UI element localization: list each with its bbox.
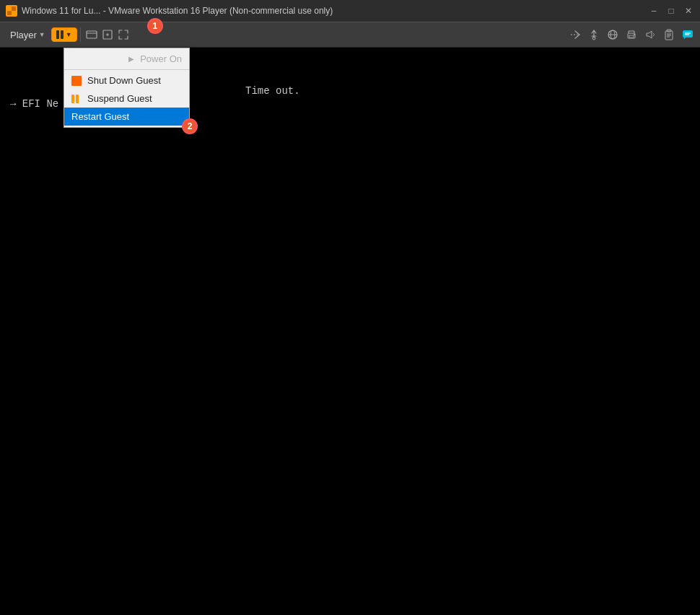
svg-rect-13 [629,35,634,38]
power-on-sub-icon: ▶ [128,55,134,63]
player-chevron-icon: ▼ [39,31,45,38]
window-controls: – □ ✕ [648,5,694,17]
clipboard-icon[interactable] [661,27,677,43]
svg-rect-0 [7,6,12,11]
step-badge-2: 2 [182,118,198,134]
svg-rect-4 [87,31,97,38]
menu-item-power-on: ▶ Power On [64,50,189,68]
svg-rect-1 [12,6,16,11]
menu-item-shutdown[interactable]: Shut Down Guest [64,71,189,90]
efi-text: → EFI Ne [10,98,58,110]
step-badge-1: 1 [147,18,163,34]
player-label: Player [10,30,37,40]
maximize-button[interactable]: □ [665,5,677,17]
svg-rect-2 [7,11,12,15]
minimize-button[interactable]: – [648,5,660,17]
vmware-chat-icon[interactable] [680,27,696,43]
usb-icon[interactable] [586,27,602,43]
send-ctrl-alt-del-icon[interactable] [84,27,100,43]
timeout-text: Time out. [245,85,300,97]
menu-item-restart[interactable]: Restart Guest 2 [64,108,189,126]
menu-divider-1 [64,69,189,70]
pause-button[interactable]: ▼ 1 [51,27,77,42]
window-title: Windows 11 for Lu... - VMware Workstatio… [22,6,333,16]
printer-icon[interactable] [624,27,639,43]
enter-fullscreen-icon[interactable] [115,27,131,43]
svg-point-14 [634,34,635,35]
network-icon[interactable] [605,27,621,43]
vm-screen[interactable]: → EFI Ne Time out. [0,48,700,615]
audio-icon[interactable] [642,27,658,43]
player-menu-button[interactable]: Player ▼ [4,27,51,43]
pause-dropdown-chevron-icon: ▼ [66,31,72,38]
power-on-label: Power On [140,53,182,64]
suspend-label: Suspend Guest [87,93,152,104]
close-button[interactable]: ✕ [683,5,694,17]
vm-app-icon [6,5,17,17]
power-dropdown-menu: ▶ Power On Shut Down Guest Suspend Guest… [64,48,190,128]
menu-item-suspend[interactable]: Suspend Guest [64,90,189,108]
fit-guest-icon[interactable] [100,27,115,43]
toolbar: Player ▼ ▼ 1 [0,22,700,48]
send-keys-icon[interactable] [567,27,583,43]
svg-rect-3 [12,11,16,15]
restart-label: Restart Guest [71,111,129,122]
svg-rect-20 [683,30,693,38]
suspend-icon [71,94,82,104]
toolbar-separator-1 [80,27,81,42]
shutdown-label: Shut Down Guest [87,75,161,86]
toolbar-right-group [567,27,696,43]
titlebar-left: Windows 11 for Lu... - VMware Workstatio… [6,5,333,17]
pause-icon [56,30,64,39]
shutdown-icon [71,76,82,86]
efi-arrow-icon: → EFI Ne [10,98,58,110]
titlebar: Windows 11 for Lu... - VMware Workstatio… [0,0,700,22]
